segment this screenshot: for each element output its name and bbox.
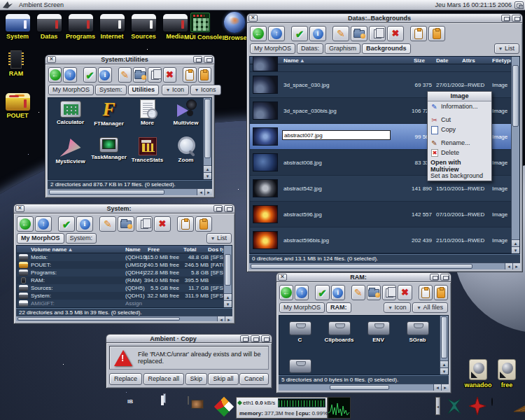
up-button[interactable] (295, 285, 309, 300)
depth-button[interactable] (204, 56, 213, 63)
menu-item-copy[interactable]: Copy (428, 125, 491, 134)
back-button[interactable] (17, 216, 34, 232)
column-filetype[interactable]: Filetype (492, 57, 513, 64)
icon-mode-dropdown[interactable]: Icon (162, 85, 189, 95)
path-root[interactable]: My MorphOS (250, 43, 295, 54)
iconify-button[interactable] (501, 15, 510, 22)
vertical-scrollbar[interactable] (511, 57, 519, 253)
new-drawer-button[interactable] (118, 216, 134, 232)
menu-item-information[interactable]: Information... (428, 102, 491, 111)
desktop-icon-sources[interactable]: Sources (127, 14, 160, 40)
menu-item-set-as-background[interactable]: Set as background (428, 171, 491, 181)
path-root[interactable]: My MorphOS (48, 85, 94, 95)
clipboard-copy-button[interactable] (419, 285, 433, 300)
cancel-button[interactable]: Cancel (239, 373, 269, 385)
column-total[interactable]: Total (183, 246, 197, 253)
delete-button[interactable] (163, 67, 176, 83)
titlebar[interactable]: Datas:..Backgrounds (246, 13, 523, 23)
desktop-icon-internet[interactable]: Internet (96, 14, 128, 40)
file-icon-taskmanager[interactable]: TaskManager (90, 137, 128, 160)
delete-button[interactable] (387, 26, 404, 41)
path-root[interactable]: My MorphOS (17, 233, 64, 244)
menu-item-cut[interactable]: Cut (428, 115, 491, 125)
path-graphism[interactable]: Graphism (325, 43, 360, 54)
desktop-icon-free[interactable]: free (491, 359, 523, 388)
depth-button[interactable] (224, 205, 233, 212)
new-drawer-button[interactable] (133, 67, 146, 83)
list-header[interactable]: Volume name Name Free Total Dos type (17, 246, 232, 253)
column-size[interactable]: Size (414, 57, 425, 64)
new-drawer-button[interactable] (351, 26, 368, 41)
wedge-dock-icon[interactable] (513, 399, 525, 416)
clipboard-paste-button[interactable] (198, 67, 211, 83)
path-volume[interactable]: System: (95, 85, 127, 95)
folder-icon-clipboards[interactable]: Clipboards (320, 321, 358, 343)
path-current[interactable]: Backgrounds (362, 43, 411, 54)
screen-menubar[interactable]: Ambient Screen Jeu Mars 16 00:21:15 2006 (0, 0, 525, 10)
rename-button[interactable] (99, 216, 116, 232)
path-current[interactable]: RAM: (326, 302, 351, 313)
up-button[interactable] (63, 67, 76, 83)
rename-input[interactable] (282, 130, 391, 140)
folder-icon-5[interactable] (281, 359, 319, 374)
desktop-icon-programs[interactable]: Programs (64, 14, 97, 40)
select-button[interactable] (58, 216, 75, 232)
menu-item-open-with-multiview[interactable]: Open with Multiview (428, 161, 491, 171)
skip-all-button[interactable]: Skip all (208, 373, 238, 385)
column-attrs[interactable]: Attrs (462, 57, 475, 64)
delete-button[interactable] (154, 216, 171, 232)
ibrowse-dock-icon[interactable] (134, 397, 155, 418)
pictures-dock-icon[interactable] (161, 397, 182, 418)
horizontal-scrollbar[interactable] (16, 316, 232, 321)
iconify-button[interactable] (251, 335, 260, 342)
replace-all-button[interactable]: Replace all (144, 373, 185, 385)
titlebar[interactable]: Ambient · Copy (106, 334, 272, 343)
clipboard-copy-button[interactable] (183, 67, 196, 83)
column-date[interactable]: Date (436, 57, 448, 64)
info-button[interactable] (98, 67, 111, 83)
desktop-icon-mui-console[interactable]: MÜI Console (184, 13, 216, 41)
select-button[interactable] (291, 26, 308, 41)
titlebar[interactable]: RAM: (276, 272, 451, 282)
desktop-icon-pouet[interactable]: POUET (1, 93, 34, 119)
select-button[interactable] (83, 67, 97, 83)
rename-button[interactable] (332, 26, 349, 41)
rename-button[interactable] (118, 67, 132, 83)
dock-collapse-handle[interactable] (435, 397, 440, 415)
quake-dock-icon[interactable] (445, 396, 463, 416)
skip-button[interactable]: Skip (186, 373, 208, 385)
folder-icon-sgrab[interactable]: SGrab (398, 321, 437, 343)
close-button[interactable] (248, 15, 258, 22)
desktop-icon-system[interactable]: System (1, 14, 34, 40)
file-icon-calculator[interactable]: Calculator (51, 101, 90, 125)
file-icon-more[interactable]: More (128, 99, 167, 126)
iconify-button[interactable] (430, 274, 439, 281)
folder-icon-c[interactable]: C (281, 321, 319, 343)
copy-button[interactable] (369, 26, 386, 41)
depth-button[interactable] (261, 335, 270, 342)
titlebar[interactable]: System: (13, 204, 235, 214)
vertical-scrollbar[interactable] (223, 246, 232, 307)
path-root[interactable]: My MorphOS (279, 302, 325, 313)
up-button[interactable] (35, 216, 52, 232)
info-button[interactable] (331, 285, 345, 300)
volume-row[interactable]: Programs:(QDH4)222.8 MB free5.8 GB[SFS0] (17, 269, 232, 276)
column-name[interactable]: Name (284, 57, 304, 64)
file-icon-ftmanager[interactable]: FFTManager (90, 99, 128, 127)
folder-icon-env[interactable]: ENV (359, 321, 398, 343)
new-drawer-button[interactable] (367, 285, 381, 300)
path-volume[interactable]: System: (66, 233, 97, 244)
select-button[interactable] (315, 285, 329, 300)
desktop-icon-wanadoo[interactable]: wanadoo (462, 359, 494, 388)
clipboard-copy-button[interactable] (177, 216, 194, 232)
clipboard-copy-button[interactable] (410, 26, 427, 41)
filter-dropdown[interactable]: All files (412, 302, 448, 313)
clipboard-paste-button[interactable] (434, 285, 448, 300)
volume-row[interactable]: RAM:(RAM)394.0 MB free395.5 MB (17, 276, 232, 284)
desktop-icon-ram[interactable]: RAM (0, 50, 32, 77)
menu-item-rename[interactable]: Rename... (428, 138, 491, 148)
close-button[interactable] (47, 56, 56, 63)
volume-row[interactable]: POUET:(UMSD)240.5 MB free246.5 MB[FAT0] (17, 261, 232, 269)
volume-row[interactable]: Media:(QDH10)315.0 MB free48.8 GB[SFS0] (17, 253, 232, 261)
table-row-partial[interactable] (250, 64, 519, 72)
